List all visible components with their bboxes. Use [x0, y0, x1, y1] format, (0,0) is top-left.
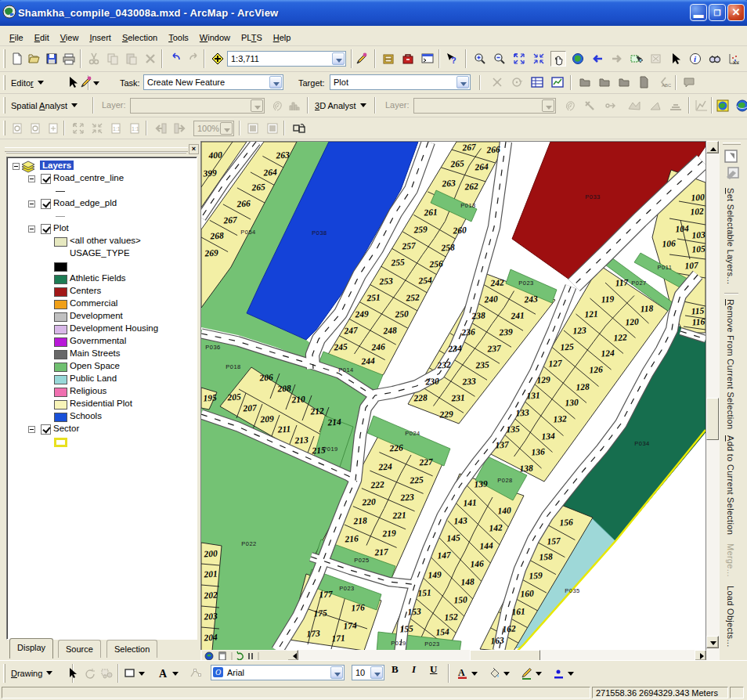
svg-text:119: 119: [601, 294, 615, 304]
svg-text:207: 207: [242, 402, 258, 413]
svg-text:127: 127: [548, 358, 563, 368]
svg-text:159: 159: [529, 570, 543, 580]
svg-text:222: 222: [370, 479, 384, 489]
svg-text:XY: XY: [733, 60, 739, 65]
svg-text:O: O: [215, 668, 221, 677]
svg-text:P023: P023: [339, 585, 355, 592]
svg-text:261: 261: [423, 207, 438, 217]
svg-text:268: 268: [209, 230, 224, 240]
svg-text:P027: P027: [631, 280, 647, 287]
svg-text:P022: P022: [241, 540, 257, 547]
svg-text:227: 227: [418, 456, 434, 467]
svg-text:247: 247: [343, 325, 359, 335]
svg-text:122: 122: [613, 332, 627, 342]
svg-text:131: 131: [526, 390, 540, 400]
svg-text:A: A: [458, 667, 465, 678]
svg-text:137: 137: [495, 439, 510, 449]
svg-text:160: 160: [520, 588, 534, 598]
svg-text:P036: P036: [205, 344, 221, 351]
svg-text:253: 253: [378, 276, 393, 286]
svg-text:399: 399: [202, 168, 217, 178]
svg-text:147: 147: [437, 550, 452, 560]
svg-text:216: 216: [344, 533, 359, 543]
svg-text:105: 105: [691, 244, 706, 254]
svg-text:100: 100: [691, 192, 705, 202]
svg-text:235: 235: [475, 359, 489, 370]
svg-text:P018: P018: [226, 363, 241, 370]
svg-text:252: 252: [405, 292, 420, 302]
svg-text:P014: P014: [338, 366, 354, 373]
svg-text:204: 204: [203, 632, 218, 642]
svg-text:135: 135: [506, 424, 520, 434]
svg-text:134: 134: [541, 431, 555, 441]
svg-text:149: 149: [428, 569, 442, 579]
svg-text:195: 195: [203, 392, 217, 402]
svg-text:234: 234: [447, 343, 462, 353]
svg-text:263: 263: [275, 150, 290, 160]
svg-text:214: 214: [327, 417, 341, 427]
svg-text:218: 218: [352, 515, 367, 525]
svg-text:266: 266: [236, 198, 251, 208]
svg-text:221: 221: [392, 510, 406, 520]
svg-text:211: 211: [276, 424, 290, 434]
svg-text:P028: P028: [497, 477, 513, 484]
svg-text:143: 143: [453, 515, 467, 525]
svg-text:146: 146: [470, 558, 484, 568]
svg-text:158: 158: [539, 551, 553, 561]
svg-text:138: 138: [519, 463, 533, 473]
svg-text:217: 217: [374, 547, 389, 557]
svg-text:269: 269: [204, 247, 218, 258]
svg-text:219: 219: [381, 528, 396, 538]
svg-text:243: 243: [523, 294, 538, 304]
svg-text:P033: P033: [585, 193, 601, 200]
svg-text:210: 210: [290, 394, 305, 404]
svg-text:224: 224: [377, 461, 392, 471]
svg-text:145: 145: [446, 532, 460, 543]
svg-text:242: 242: [489, 277, 504, 287]
svg-text:246: 246: [370, 341, 385, 352]
svg-text:?: ?: [451, 56, 456, 65]
svg-text:266: 266: [485, 144, 500, 154]
svg-text:250: 250: [394, 309, 409, 319]
svg-text:265: 265: [449, 158, 464, 168]
svg-text:231: 231: [450, 392, 465, 402]
svg-text:200: 200: [203, 548, 218, 558]
svg-text:233: 233: [461, 376, 476, 386]
svg-text:150: 150: [453, 594, 467, 604]
svg-text:238: 238: [471, 310, 485, 320]
svg-text:249: 249: [354, 309, 369, 319]
svg-text:205: 205: [226, 391, 241, 402]
svg-text:245: 245: [333, 341, 348, 352]
svg-text:136: 136: [531, 446, 545, 456]
svg-text:104: 104: [675, 223, 689, 233]
svg-text:141: 141: [463, 497, 477, 507]
svg-text:120: 120: [625, 316, 639, 327]
svg-text:264: 264: [262, 167, 277, 177]
svg-text:174: 174: [343, 620, 357, 630]
svg-text:132: 132: [553, 413, 567, 424]
svg-text:260: 260: [452, 225, 467, 235]
svg-text:230: 230: [424, 376, 439, 386]
svg-text:262: 262: [464, 181, 478, 191]
svg-text:157: 157: [547, 536, 561, 546]
svg-text:228: 228: [413, 392, 428, 402]
svg-text:126: 126: [589, 364, 603, 374]
svg-text:1:1: 1:1: [113, 126, 121, 132]
svg-text:163: 163: [490, 635, 504, 645]
svg-text:A: A: [159, 668, 168, 680]
svg-text:103: 103: [691, 229, 706, 240]
svg-text:P054: P054: [240, 229, 256, 236]
svg-text:226: 226: [388, 442, 403, 453]
svg-text:265: 265: [251, 182, 265, 192]
svg-text:P023: P023: [518, 280, 534, 287]
svg-text:139: 139: [474, 478, 488, 489]
svg-text:264: 264: [474, 161, 489, 171]
svg-text:209: 209: [259, 413, 274, 424]
svg-text:161: 161: [511, 606, 525, 616]
svg-text:255: 255: [390, 257, 405, 267]
svg-text:140: 140: [497, 505, 511, 515]
svg-text:267: 267: [222, 215, 238, 225]
svg-text:107: 107: [684, 260, 699, 270]
svg-text:206: 206: [258, 372, 273, 382]
svg-text:257: 257: [401, 240, 417, 251]
